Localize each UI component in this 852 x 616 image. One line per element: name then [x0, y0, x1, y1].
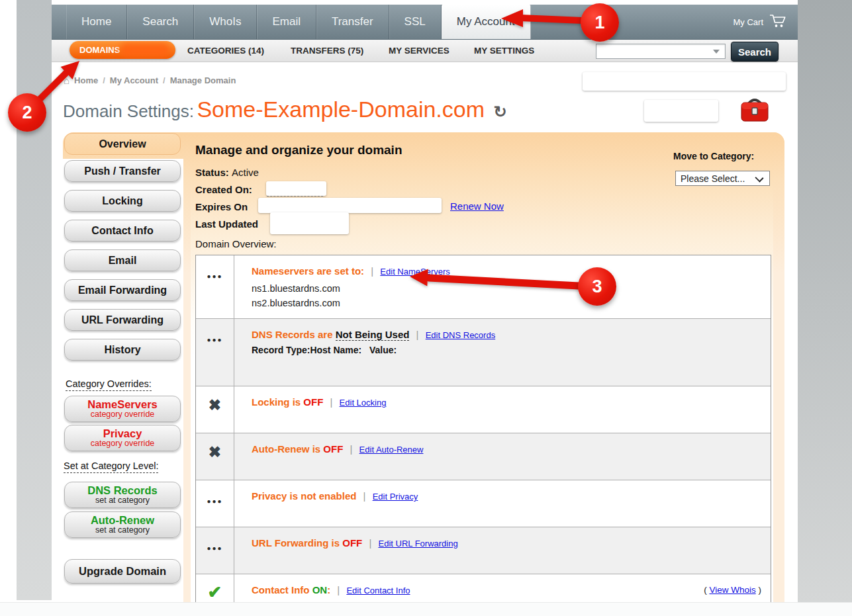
row-status: OFF	[342, 537, 362, 549]
search-button[interactable]: Search	[731, 42, 779, 62]
view-whois-note: ( View Whois )	[704, 585, 761, 595]
edit-contact-info-link[interactable]: Edit Contact Info	[346, 586, 410, 595]
refresh-icon[interactable]: ↻	[493, 103, 506, 120]
nameserver-1: ns1.bluestardns.com	[252, 282, 771, 296]
search-input[interactable]	[596, 44, 712, 58]
sidebar-item-contact-info[interactable]: Contact Info	[64, 220, 181, 242]
category-subtitle: set at category	[95, 496, 150, 505]
cross-icon: ✖	[196, 386, 234, 433]
panel-divider	[183, 132, 191, 602]
row-title: Privacy is not enabled	[252, 490, 356, 502]
row-status: OFF	[303, 396, 323, 408]
nav-tab-my-account[interactable]: My Account	[442, 5, 531, 39]
nav-tab-email[interactable]: Email	[257, 5, 316, 39]
category-subtitle: set at category	[95, 526, 150, 535]
edit-auto-renew-link[interactable]: Edit Auto-Renew	[359, 445, 424, 455]
edit-dns-records-link[interactable]: Edit DNS Records	[426, 330, 495, 340]
created-label: Created On:	[195, 184, 252, 195]
sidebar-item-overview[interactable]: Overview	[64, 133, 181, 155]
bottom-edge-strip	[0, 602, 852, 616]
row-title: Nameservers are set to:	[252, 265, 364, 277]
dns-record-headers: Record Type:Host Name: Value:	[252, 345, 771, 355]
edit-nameservers-link[interactable]: Edit NameServers	[380, 267, 450, 277]
sidebar-item-history[interactable]: History	[64, 339, 181, 361]
sidebar-item-locking[interactable]: Locking	[64, 190, 181, 212]
sidebar-item-privacy-override[interactable]: Privacy category override	[64, 425, 181, 451]
separator: |	[371, 265, 373, 277]
breadcrumb-home[interactable]: Home	[74, 75, 98, 85]
redacted-box-updated-date	[270, 212, 349, 234]
nav-tab-whois[interactable]: WhoIs	[194, 5, 257, 39]
view-whois-link[interactable]: View Whois	[709, 585, 755, 595]
domain-overview-label: Domain Overview:	[195, 238, 277, 249]
renew-now-link[interactable]: Renew Now	[450, 200, 504, 212]
nav-tab-search[interactable]: Search	[127, 5, 194, 39]
upgrade-domain-button[interactable]: Upgrade Domain	[64, 559, 181, 584]
domains-tab-label: DOMAINS	[79, 45, 120, 55]
status-line: Status: Active	[195, 167, 259, 178]
category-select-value: Please Select...	[681, 173, 745, 184]
row-title: Contact Info	[252, 584, 310, 595]
callout-1: 1	[581, 3, 619, 42]
breadcrumb-separator: /	[163, 75, 166, 85]
breadcrumb: ⌂ Home / My Account / Manage Domain	[64, 75, 236, 86]
status-value: Active	[232, 167, 259, 178]
table-row-dns-records: ●●● DNS Records are Not Being Used | Edi…	[196, 319, 771, 386]
override-title: Privacy	[103, 428, 142, 439]
domain-overview-table: ●●● Nameservers are set to: | Edit NameS…	[195, 255, 771, 602]
sidebar-item-dns-records-category[interactable]: DNS Records set at category	[64, 482, 181, 508]
subnav-tab-domains[interactable]: DOMAINS	[70, 41, 175, 59]
my-cart-button[interactable]: My Cart	[734, 5, 788, 40]
chevron-down-icon	[755, 173, 763, 182]
redacted-smudge	[120, 43, 170, 57]
breadcrumb-my-account[interactable]: My Account	[110, 75, 158, 85]
my-cart-label: My Cart	[734, 17, 764, 27]
chevron-down-icon[interactable]	[713, 50, 720, 54]
nav-tab-home[interactable]: Home	[66, 5, 127, 39]
edit-locking-link[interactable]: Edit Locking	[340, 398, 387, 408]
callout-2: 2	[8, 93, 46, 132]
row-title: Auto-Renew is	[252, 443, 320, 455]
redacted-box-created-date	[266, 181, 326, 196]
separator: |	[350, 443, 353, 455]
category-overrides-heading[interactable]: Category Overrides:	[66, 378, 152, 391]
edit-url-forwarding-link[interactable]: Edit URL Forwarding	[379, 539, 458, 549]
sidebar-item-nameservers-override[interactable]: NameServers category override	[64, 396, 181, 422]
sidebar-item-email[interactable]: Email	[64, 249, 181, 271]
nav-tab-ssl[interactable]: SSL	[389, 5, 442, 39]
redacted-box-expires-date	[258, 198, 442, 213]
separator: |	[337, 584, 340, 595]
page-title: Domain Settings: Some-Example-Domain.com…	[63, 97, 507, 122]
desktop-right-strip	[798, 0, 852, 616]
sidebar-item-push-transfer[interactable]: Push / Transfer	[64, 160, 181, 182]
edit-privacy-link[interactable]: Edit Privacy	[373, 492, 418, 502]
screenshot-root: Home Search WhoIs Email Transfer SSL My …	[0, 0, 852, 616]
cross-icon: ✖	[196, 433, 234, 480]
set-at-category-heading[interactable]: Set at Category Level:	[64, 461, 158, 473]
row-suffix: :	[327, 584, 330, 595]
dots-icon: ●●●	[196, 255, 234, 318]
subnav-tab-my-services[interactable]: MY SERVICES	[389, 40, 450, 62]
account-sub-navigation: DOMAINS CATEGORIES (14) TRANSFERS (75) M…	[52, 40, 798, 62]
desktop-left-strip	[17, 0, 52, 600]
nameserver-2: ns2.bluestardns.com	[252, 296, 771, 311]
panel-right-border	[773, 132, 784, 602]
subnav-tab-transfers[interactable]: TRANSFERS (75)	[291, 40, 363, 62]
dots-icon: ●●●	[196, 480, 234, 527]
domain-search-combobox[interactable]	[596, 44, 726, 59]
override-subtitle: category override	[91, 439, 155, 448]
subnav-tab-categories[interactable]: CATEGORIES (14)	[187, 40, 264, 62]
subnav-tab-my-settings[interactable]: MY SETTINGS	[474, 40, 534, 62]
sidebar-item-email-forwarding[interactable]: Email Forwarding	[64, 279, 181, 301]
redacted-box-account-info	[583, 72, 786, 91]
category-select[interactable]: Please Select...	[675, 171, 770, 186]
separator: |	[330, 396, 333, 408]
nav-tab-transfer[interactable]: Transfer	[316, 5, 389, 39]
row-status: ON	[312, 584, 328, 595]
sidebar-item-auto-renew-category[interactable]: Auto-Renew set at category	[64, 511, 181, 538]
separator: |	[369, 537, 371, 549]
sidebar-item-url-forwarding[interactable]: URL Forwarding	[64, 309, 181, 331]
move-to-category-label: Move to Category:	[673, 151, 754, 161]
toolbox-icon[interactable]	[739, 95, 770, 124]
created-date-dashed-underline	[267, 196, 323, 197]
